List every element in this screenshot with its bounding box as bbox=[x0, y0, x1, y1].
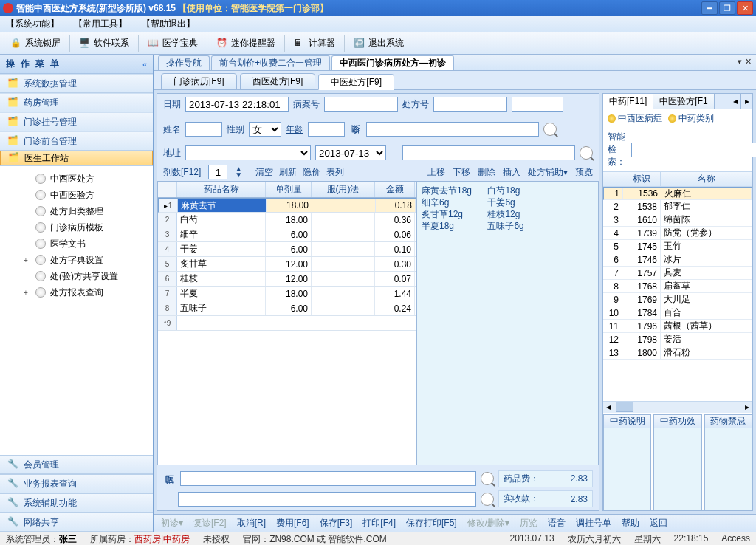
sidebar-bottom-1[interactable]: 🔧业务报表查询 bbox=[0, 474, 153, 493]
fn-5[interactable]: 打印[F4] bbox=[362, 517, 396, 529]
tab-rx[interactable]: 中西医门诊病历处方—初诊 bbox=[331, 55, 454, 70]
ctrl-0[interactable]: 上移 bbox=[427, 166, 445, 179]
fn-10[interactable]: 调挂号单 bbox=[576, 517, 611, 529]
tab-nav[interactable]: 操作导航 bbox=[158, 55, 210, 70]
ref-row[interactable]: 11536火麻仁 bbox=[603, 187, 752, 200]
menu-tools[interactable]: 【常用工具】 bbox=[74, 18, 127, 30]
name-input[interactable] bbox=[185, 122, 222, 137]
sidebar-bottom-0[interactable]: 🔧会员管理 bbox=[0, 455, 153, 474]
fn-6[interactable]: 保存打印[F5] bbox=[406, 517, 457, 529]
rx-row[interactable]: 5炙甘草12.000.30 bbox=[158, 257, 416, 272]
tree-item-6[interactable]: 处(验)方共享设置 bbox=[13, 268, 153, 284]
ref-disease-btn[interactable]: 中西医病症 bbox=[608, 112, 662, 125]
minimize-button[interactable]: ━ bbox=[701, 1, 718, 15]
ref-scrollbar[interactable]: ◂▸ bbox=[603, 401, 752, 413]
tab-billing[interactable]: 前台划价+收费二合一管理 bbox=[211, 55, 330, 70]
tb-lock[interactable]: 🔒系统锁屏 bbox=[4, 35, 66, 51]
col-dose[interactable]: 单剂量 bbox=[266, 182, 312, 197]
rx-row[interactable]: 2白芍18.000.36 bbox=[158, 213, 416, 227]
collapse-icon[interactable]: « bbox=[142, 60, 147, 69]
tree-item-0[interactable]: 中西医处方 bbox=[13, 171, 153, 187]
date-input[interactable] bbox=[185, 97, 289, 112]
ref-row[interactable]: 91769大川足 bbox=[603, 293, 752, 306]
ref-category-btn[interactable]: 中药类别 bbox=[668, 112, 714, 125]
ref-search-input[interactable] bbox=[631, 143, 756, 157]
col-usage[interactable]: 服(用)法 bbox=[312, 182, 375, 197]
age-input[interactable] bbox=[308, 122, 345, 137]
addr-link[interactable]: 地址 bbox=[163, 147, 181, 160]
tree-item-5[interactable]: +处方字典设置 bbox=[13, 252, 153, 268]
ref-row[interactable]: 101784百合 bbox=[603, 306, 752, 320]
sidebar-bottom-3[interactable]: 🔧网络共享 bbox=[0, 513, 153, 532]
subtab-western[interactable]: 西医处方[F9] bbox=[240, 73, 316, 89]
tab-dropdown-icon[interactable]: ▾ bbox=[738, 57, 742, 66]
tree-item-3[interactable]: 门诊病历模板 bbox=[13, 219, 153, 236]
tb-calc[interactable]: 🖩计算器 bbox=[288, 35, 341, 51]
ctrl-刷新[interactable]: 刷新 bbox=[279, 167, 297, 177]
advice-search-icon[interactable] bbox=[481, 472, 494, 485]
ref-row[interactable]: 31610绵茵陈 bbox=[603, 213, 752, 227]
rx-row[interactable]: 4干姜6.000.10 bbox=[158, 242, 416, 257]
ref-row[interactable]: 111796茜根（茜草） bbox=[603, 320, 752, 333]
rx-row[interactable]: 3细辛6.000.06 bbox=[158, 227, 416, 242]
ref-row[interactable]: 121798姜活 bbox=[603, 333, 752, 346]
rx-row[interactable]: 8五味子6.000.24 bbox=[158, 301, 416, 316]
dose-input[interactable] bbox=[208, 165, 227, 179]
fn-2[interactable]: 取消[R] bbox=[237, 517, 266, 529]
ctrl-3[interactable]: 插入 bbox=[503, 166, 520, 179]
tree-item-4[interactable]: 医学文书 bbox=[13, 236, 153, 252]
search-diag2-icon[interactable] bbox=[580, 146, 593, 160]
tab-close-icon[interactable]: ✕ bbox=[745, 57, 752, 66]
reftab-left-icon[interactable]: ◂ bbox=[729, 94, 740, 109]
reftab-right-icon[interactable]: ▸ bbox=[740, 94, 752, 109]
reftab-herb[interactable]: 中药[F11] bbox=[603, 94, 653, 109]
fn-3[interactable]: 费用[F6] bbox=[276, 517, 309, 529]
info-contra[interactable]: 药物禁忌 bbox=[704, 414, 752, 510]
ref-row[interactable]: 131800滑石粉 bbox=[603, 346, 752, 360]
tree-item-7[interactable]: +处方报表查询 bbox=[13, 284, 153, 301]
col-name[interactable]: 药品名称 bbox=[177, 182, 266, 197]
age-link[interactable]: 年龄 bbox=[286, 123, 303, 136]
ref-row[interactable]: 51745玉竹 bbox=[603, 240, 752, 253]
close-button[interactable]: ✕ bbox=[737, 1, 753, 15]
advice-input[interactable] bbox=[180, 471, 476, 486]
date2-select[interactable]: 2013-07-13 bbox=[315, 145, 386, 160]
ref-grid[interactable]: 标识 名称 11536火麻仁21538郁李仁31610绵茵陈41739防党（党参… bbox=[603, 171, 752, 401]
ctrl-表列[interactable]: 表列 bbox=[326, 167, 344, 177]
search-diag-icon[interactable] bbox=[543, 123, 557, 136]
extra-input[interactable] bbox=[512, 97, 563, 112]
subtab-chinese[interactable]: 中医处方[F9] bbox=[318, 74, 394, 90]
ref-row[interactable]: 71757具麦 bbox=[603, 267, 752, 280]
subtab-record[interactable]: 门诊病历[F9] bbox=[161, 73, 237, 89]
ctrl-2[interactable]: 删除 bbox=[478, 166, 495, 179]
diag-input[interactable] bbox=[366, 122, 539, 137]
sidebar-item-3[interactable]: 🗂️门诊前台管理 bbox=[0, 131, 153, 151]
tb-exit[interactable]: ↩️退出系统 bbox=[348, 35, 410, 51]
diag2-input[interactable] bbox=[402, 145, 575, 160]
rxno-input[interactable] bbox=[433, 97, 507, 112]
advice2-search-icon[interactable] bbox=[481, 493, 494, 506]
sidebar-bottom-2[interactable]: 🔧系统辅助功能 bbox=[0, 493, 153, 513]
tb-reminder[interactable]: ⏰迷你提醒器 bbox=[210, 35, 281, 51]
fn-9[interactable]: 语音 bbox=[548, 517, 566, 529]
ctrl-1[interactable]: 下移 bbox=[453, 166, 470, 179]
maximize-button[interactable]: ❐ bbox=[719, 1, 735, 15]
rx-row[interactable]: 6桂枝12.000.07 bbox=[158, 272, 416, 287]
menu-system[interactable]: 【系统功能】 bbox=[6, 18, 59, 30]
tree-item-1[interactable]: 中西医验方 bbox=[13, 187, 153, 203]
sidebar-item-2[interactable]: 🗂️门诊挂号管理 bbox=[0, 112, 153, 131]
info-desc[interactable]: 中药说明 bbox=[603, 414, 651, 510]
sex-select[interactable]: 女 bbox=[249, 122, 281, 137]
advice2-input[interactable] bbox=[178, 492, 476, 507]
ctrl-隐价[interactable]: 隐价 bbox=[303, 167, 320, 177]
ctrl-5[interactable]: 预览 bbox=[575, 166, 593, 179]
sidebar-item-1[interactable]: 🗂️药房管理 bbox=[0, 93, 153, 112]
fn-12[interactable]: 返回 bbox=[650, 517, 667, 529]
caseno-input[interactable] bbox=[324, 97, 398, 112]
ref-row[interactable]: 21538郁李仁 bbox=[603, 200, 752, 213]
ref-row[interactable]: 41739防党（党参） bbox=[603, 227, 752, 240]
tree-item-2[interactable]: 处方归类整理 bbox=[13, 203, 153, 219]
sidebar-item-0[interactable]: 🗂️系统数据管理 bbox=[0, 74, 153, 93]
info-effect[interactable]: 中药功效 bbox=[653, 414, 701, 510]
ctrl-4[interactable]: 处方辅助▾ bbox=[528, 166, 568, 179]
